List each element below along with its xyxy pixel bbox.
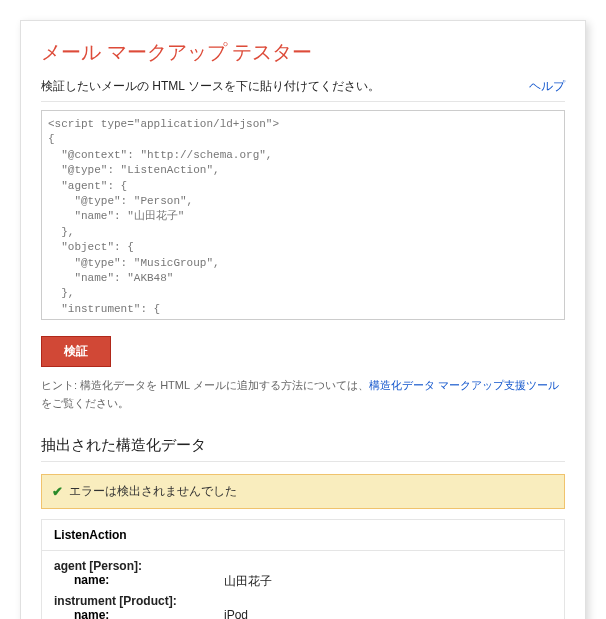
button-row: 検証 <box>41 336 565 367</box>
hint-link[interactable]: 構造化データ マークアップ支援ツール <box>369 379 559 391</box>
prop-row: name: 山田花子 <box>54 573 552 590</box>
check-icon: ✔ <box>52 484 63 499</box>
prop-key: name: <box>54 608 224 619</box>
hint-suffix: をご覧ください。 <box>41 397 129 409</box>
result-body: agent [Person]: name: 山田花子 instrument [P… <box>42 551 564 619</box>
app-panel: メール マークアップ テスター 検証したいメールの HTML ソースを下に貼り付… <box>20 20 586 619</box>
instruction-text: 検証したいメールの HTML ソースを下に貼り付けてください。 <box>41 78 380 95</box>
hint-text: ヒント: 構造化データを HTML メールに追加する方法については、構造化データ… <box>41 377 565 412</box>
prop-val: 山田花子 <box>224 573 272 590</box>
hint-prefix: ヒント: 構造化データを HTML メールに追加する方法については、 <box>41 379 369 391</box>
result-group: agent [Person]: name: 山田花子 <box>54 559 552 590</box>
prop-row: name: iPod <box>54 608 552 619</box>
result-group: instrument [Product]: name: iPod <box>54 594 552 619</box>
help-link[interactable]: ヘルプ <box>529 78 565 95</box>
html-source-input[interactable] <box>41 110 565 320</box>
validate-button[interactable]: 検証 <box>41 336 111 367</box>
result-type: ListenAction <box>42 520 564 551</box>
prop-val: iPod <box>224 608 248 619</box>
prop-label: agent [Person]: <box>54 559 552 573</box>
prop-key: name: <box>54 573 224 590</box>
result-box: ListenAction agent [Person]: name: 山田花子 … <box>41 519 565 619</box>
results-heading: 抽出された構造化データ <box>41 436 565 462</box>
success-message: エラーは検出されませんでした <box>69 483 237 500</box>
page-title: メール マークアップ テスター <box>41 39 565 66</box>
success-bar: ✔ エラーは検出されませんでした <box>41 474 565 509</box>
prop-label: instrument [Product]: <box>54 594 552 608</box>
subhead-row: 検証したいメールの HTML ソースを下に貼り付けてください。 ヘルプ <box>41 78 565 102</box>
